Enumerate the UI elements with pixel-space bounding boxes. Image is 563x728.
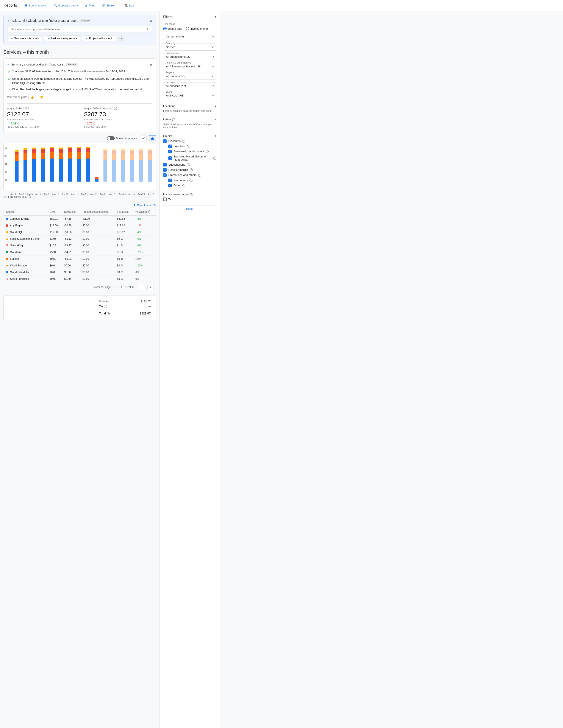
svc-change-cell: New bbox=[133, 255, 156, 262]
bar-segment bbox=[103, 149, 107, 151]
share-button[interactable]: 🔗 Share bbox=[99, 3, 116, 8]
bar-segment bbox=[32, 149, 36, 153]
other-checkbox-item[interactable]: Other ? bbox=[168, 184, 216, 187]
learn-button[interactable]: 📚 Learn bbox=[122, 3, 139, 8]
next-page-button[interactable]: › bbox=[147, 284, 153, 290]
labels-header[interactable]: Labels ? ∨ bbox=[163, 118, 216, 121]
reset-button[interactable]: Reset bbox=[163, 205, 216, 212]
prev-page-button[interactable]: ‹ bbox=[138, 284, 144, 290]
chip-scroll-right[interactable]: › bbox=[118, 35, 124, 41]
invoice-month-radio[interactable]: Invoice month bbox=[186, 27, 208, 30]
print-button[interactable]: 🖨 Print bbox=[82, 3, 97, 8]
collapse-summary-button[interactable]: ∧ bbox=[149, 62, 152, 67]
promotions-checkbox[interactable] bbox=[168, 179, 172, 182]
subtotal-row: Subtotal $122.07 bbox=[99, 299, 151, 304]
tax-checkbox[interactable] bbox=[163, 198, 167, 201]
reseller-help-icon[interactable]: ? bbox=[190, 168, 193, 171]
chip-projects[interactable]: ☁ Projects – this month bbox=[82, 35, 116, 41]
forecast-change: ↑ 0.75% bbox=[84, 122, 153, 125]
svc-cost-cell: $0.00 bbox=[47, 275, 62, 282]
bar-col bbox=[57, 147, 65, 182]
chip-last-invoice[interactable]: ☁ Last invoice by service bbox=[44, 35, 80, 41]
other-checkbox[interactable] bbox=[168, 184, 172, 187]
thumbs-down-button[interactable]: 👎 bbox=[38, 95, 45, 100]
subscriptions-help-icon[interactable]: ? bbox=[187, 163, 190, 166]
svc-change-cell: ↑ 1% bbox=[133, 222, 156, 229]
reseller-checkbox-item[interactable]: Reseller margin ? bbox=[163, 168, 216, 172]
bar-segment bbox=[77, 159, 81, 182]
svc-cost-cell: $3.05 bbox=[47, 235, 62, 242]
reseller-checkbox[interactable] bbox=[163, 168, 167, 172]
sustained-checkbox[interactable] bbox=[168, 150, 172, 153]
bar-segment bbox=[68, 152, 72, 159]
discounts-checkbox-item[interactable]: Discounts ? bbox=[163, 139, 216, 143]
bar-segment bbox=[148, 153, 152, 160]
promotions-others-checkbox[interactable] bbox=[163, 173, 167, 177]
gemini-title: ✦ Ask Gemini Cloud Assist to find or cre… bbox=[7, 19, 91, 23]
total-help-icon[interactable]: ? bbox=[107, 312, 110, 315]
locations-header[interactable]: Locations ∨ bbox=[163, 104, 216, 108]
collapse-gemini-button[interactable]: ∧ bbox=[149, 18, 152, 23]
col-change: % Change ? bbox=[133, 208, 156, 215]
see-all-reports-button[interactable]: ☰ See all reports bbox=[22, 3, 49, 8]
free-tiers-checkbox[interactable] bbox=[168, 145, 172, 148]
tax-checkbox-item[interactable]: Tax bbox=[163, 198, 216, 201]
spending-based-checkbox[interactable] bbox=[168, 156, 172, 160]
totals-card: Subtotal $122.07 Tax ? — Total ? $122.07 bbox=[3, 295, 156, 320]
subscriptions-checkbox[interactable] bbox=[163, 163, 167, 166]
change-help-icon[interactable]: ? bbox=[148, 210, 151, 213]
bar-col bbox=[30, 147, 39, 182]
tax-help-icon[interactable]: ? bbox=[104, 305, 107, 308]
credits-header[interactable]: Credits ∧ bbox=[163, 134, 216, 138]
svc-change-cell: 0% bbox=[133, 275, 156, 282]
expand-icon[interactable]: › bbox=[215, 15, 216, 19]
promotions-others-checkbox-item[interactable]: Promotions and others ? bbox=[163, 173, 216, 177]
toggle-switch[interactable] bbox=[107, 136, 115, 140]
folders-wrap: Folders & Organizations All folders/orga… bbox=[163, 63, 216, 70]
main-layout: ✦ Ask Gemini Cloud Assist to find or cre… bbox=[0, 11, 563, 728]
forecast-swatch bbox=[3, 196, 7, 198]
svc-promotions-cell: $0.00 bbox=[80, 249, 114, 255]
forecast-help-icon[interactable]: ? bbox=[114, 107, 117, 110]
folders-label: Folders & Organizations bbox=[165, 61, 192, 64]
thumbs-up-button[interactable]: 👍 bbox=[28, 95, 36, 100]
show-cumulative-toggle[interactable]: Show cumulative bbox=[107, 136, 137, 140]
subaccounts-wrap: Subaccounts All subaccounts (27) bbox=[163, 53, 216, 60]
spending-based-help-icon[interactable]: ? bbox=[213, 157, 216, 160]
forecast-label-help-icon[interactable]: ? bbox=[28, 195, 31, 198]
rows-dropdown-icon[interactable]: ▾ bbox=[116, 286, 117, 289]
svc-subtotal-cell: $1.64 bbox=[114, 242, 133, 249]
gemini-input-row[interactable]: ✎ bbox=[7, 26, 152, 33]
forecast-period: August 2024 (forecasted) ? bbox=[84, 107, 153, 110]
svc-change-cell: ↓ 20% bbox=[133, 262, 156, 269]
subscriptions-checkbox-item[interactable]: Subscriptions ? bbox=[163, 163, 216, 166]
promotions-checkbox-item[interactable]: Promotions ? bbox=[168, 179, 216, 182]
summary-line-2: ↗ Compute Engine was the largest charge,… bbox=[7, 77, 152, 86]
promotions-help-icon[interactable]: ? bbox=[189, 179, 192, 182]
promotions-others-help-icon[interactable]: ? bbox=[198, 174, 201, 177]
gemini-search-input[interactable] bbox=[11, 28, 146, 31]
spending-based-checkbox-item[interactable]: Spending based discounts (contractual) ? bbox=[168, 155, 216, 161]
usage-date-radio[interactable]: Usage date bbox=[163, 27, 182, 30]
page-range: 1 – 10 of 15 bbox=[121, 286, 134, 289]
discounts-checkbox[interactable] bbox=[163, 139, 167, 143]
generate-query-button[interactable]: 🔍 Generate query bbox=[51, 3, 80, 8]
line-chart-button[interactable] bbox=[140, 135, 146, 141]
labels-help-icon[interactable]: ? bbox=[172, 118, 175, 121]
bar-chart-button[interactable] bbox=[149, 135, 156, 141]
discounts-help-icon[interactable]: ? bbox=[182, 140, 185, 143]
summary-preview-badge: Preview bbox=[66, 63, 78, 66]
svc-change-cell: ↓ 4% bbox=[133, 229, 156, 235]
chip-services[interactable]: ☁ Services – this month bbox=[7, 35, 42, 41]
download-csv-button[interactable]: ⬇ Download CSV bbox=[133, 204, 156, 207]
sustained-checkbox-item[interactable]: Sustained use discounts ? bbox=[168, 150, 216, 153]
current-month-select[interactable]: Current month bbox=[163, 33, 216, 40]
other-help-icon[interactable]: ? bbox=[182, 184, 185, 187]
invoice-help-icon[interactable]: ? bbox=[190, 193, 193, 196]
free-tiers-help-icon[interactable]: ? bbox=[187, 145, 190, 148]
free-tiers-checkbox-item[interactable]: Free tiers ? bbox=[168, 145, 216, 148]
download-icon: ⬇ bbox=[133, 204, 136, 207]
sustained-help-icon[interactable]: ? bbox=[206, 150, 209, 153]
invoice-charges-header[interactable]: Invoice level charges ? bbox=[163, 193, 216, 196]
invoice-charges-section: Invoice level charges ? Tax bbox=[163, 190, 216, 201]
